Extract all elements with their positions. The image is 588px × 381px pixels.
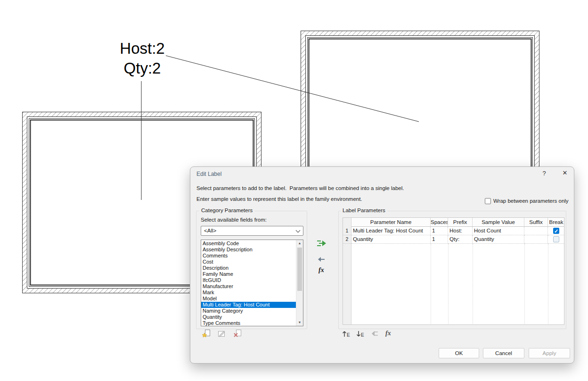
cell-prefix[interactable]: Qty: xyxy=(448,235,473,244)
right-window-frame xyxy=(301,31,539,175)
remove-from-label-button[interactable] xyxy=(370,330,380,339)
formula-button[interactable]: fx xyxy=(318,266,328,276)
column-separator xyxy=(524,244,525,324)
scrollbar-thumb[interactable] xyxy=(297,248,302,291)
move-parameter-down-button[interactable]: E xyxy=(356,330,366,339)
column-header-parameter-name: Parameter Name xyxy=(351,218,431,227)
tag-label-line1: Host:2 xyxy=(106,39,178,58)
column-header-break: Break xyxy=(548,218,564,227)
wrap-checkbox-label: Wrap between parameters only xyxy=(493,198,569,204)
field-list-item[interactable]: Assembly Code xyxy=(201,240,296,247)
cell-suffix[interactable] xyxy=(524,227,548,235)
category-parameters-group-title: Category Parameters xyxy=(199,207,254,213)
remove-from-label-icon xyxy=(370,330,380,338)
cell-sample-value[interactable]: Quantity xyxy=(473,235,524,244)
cell-break xyxy=(548,227,564,235)
cell-spaces[interactable]: 1 xyxy=(431,235,448,244)
cell-prefix[interactable]: Host: xyxy=(448,227,473,235)
row-number: 1 xyxy=(343,227,351,235)
field-list-item[interactable]: Quantity xyxy=(201,314,296,320)
cell-parameter-name[interactable]: Multi Leader Tag: Host Count xyxy=(351,227,431,235)
apply-button[interactable]: Apply xyxy=(529,348,570,358)
wrap-between-parameters-checkbox[interactable] xyxy=(485,198,491,204)
label-parameters-grid: Parameter Name Spaces Prefix Sample Valu… xyxy=(343,217,564,325)
column-separator xyxy=(448,244,449,324)
close-icon[interactable]: ✕ xyxy=(559,169,571,178)
grid-header-row: Parameter Name Spaces Prefix Sample Valu… xyxy=(351,218,564,227)
dialog-title: Edit Label xyxy=(196,171,221,177)
scroll-up-icon[interactable]: ▲ xyxy=(296,240,303,247)
column-separator xyxy=(431,244,431,324)
svg-text:E: E xyxy=(347,332,350,338)
add-right-arrow-icon xyxy=(316,239,327,248)
field-list-item[interactable]: Assembly Description xyxy=(201,247,296,253)
label-parameters-group: Label Parameters Parameter Name Spaces P… xyxy=(338,211,566,329)
grid-row-2: 2 Quantity 1 Qty: Quantity xyxy=(343,235,564,244)
edit-parameter-icon xyxy=(217,329,227,339)
fields-from-label: Select available fields from: xyxy=(201,217,267,223)
field-list-item[interactable]: Type Comments xyxy=(201,320,296,326)
column-header-sample-value: Sample Value xyxy=(473,218,524,227)
delete-parameter-button[interactable] xyxy=(233,329,242,339)
available-fields-list: Assembly Code Assembly Description Comme… xyxy=(201,240,303,326)
remove-parameter-from-label-button[interactable] xyxy=(317,256,326,265)
move-down-icon: E xyxy=(356,330,366,338)
edit-parameter-button[interactable] xyxy=(217,329,227,339)
instruction-line-2: Enter sample values to represent this la… xyxy=(196,196,362,202)
new-parameter-button[interactable] xyxy=(202,329,211,339)
field-list-item[interactable]: Comments xyxy=(201,253,296,259)
move-parameter-up-button[interactable]: E xyxy=(342,330,351,339)
cell-sample-value[interactable]: Host Count xyxy=(473,227,524,235)
tag-label[interactable]: Host:2 Qty:2 xyxy=(106,39,178,78)
edit-formula-button[interactable]: fx xyxy=(385,330,395,339)
column-separator xyxy=(473,244,473,324)
delete-parameter-icon xyxy=(233,329,242,339)
tag-label-line2: Qty:2 xyxy=(106,58,178,78)
category-parameters-group: Category Parameters Select available fie… xyxy=(196,211,307,329)
new-parameter-icon xyxy=(202,329,211,339)
help-icon[interactable]: ? xyxy=(539,170,549,178)
add-parameter-to-label-button[interactable] xyxy=(316,239,328,248)
remove-left-arrow-icon xyxy=(317,256,326,263)
ok-button[interactable]: OK xyxy=(439,348,479,358)
edit-label-dialog: Edit Label ? ✕ Select parameters to add … xyxy=(190,166,574,364)
field-list-item[interactable]: Model xyxy=(201,296,296,302)
instruction-line-1: Select parameters to add to the label. P… xyxy=(196,185,404,191)
cancel-button[interactable]: Cancel xyxy=(483,348,524,358)
column-header-spaces: Spaces xyxy=(431,218,448,227)
field-list-item[interactable]: Naming Category xyxy=(201,308,296,314)
field-list-item[interactable]: Manufacturer xyxy=(201,283,296,290)
scroll-down-icon[interactable]: ▼ xyxy=(296,319,303,326)
move-up-icon: E xyxy=(342,330,351,338)
label-parameters-group-title: Label Parameters xyxy=(341,207,387,213)
field-list-item[interactable]: IfcGUID xyxy=(201,277,296,283)
chevron-down-icon xyxy=(296,228,301,233)
family-editor-viewport: Host:2 Qty:2 Edit Label ? ✕ Select param… xyxy=(0,0,588,381)
column-header-suffix: Suffix xyxy=(524,218,548,227)
cell-suffix[interactable] xyxy=(524,235,548,244)
column-separator xyxy=(548,244,548,324)
field-list-item[interactable]: Family Name xyxy=(201,271,296,277)
fields-filter-value: <All> xyxy=(204,228,216,233)
cell-break xyxy=(548,235,564,244)
field-list-item[interactable]: Description xyxy=(201,265,296,271)
cell-parameter-name[interactable]: Quantity xyxy=(351,235,431,244)
fields-filter-dropdown[interactable]: <All> xyxy=(201,226,303,236)
cell-spaces[interactable]: 1 xyxy=(431,227,448,235)
field-list-item-selected[interactable]: Multi Leader Tag: Host Count xyxy=(201,302,296,308)
list-scrollbar[interactable]: ▲ ▼ xyxy=(296,240,303,326)
svg-text:E: E xyxy=(361,332,364,338)
break-checkbox[interactable] xyxy=(553,228,559,234)
grid-row-1: 1 Multi Leader Tag: Host Count 1 Host: H… xyxy=(343,227,564,235)
field-list-item[interactable]: Mark xyxy=(201,290,296,296)
field-list-item[interactable]: Cost xyxy=(201,259,296,265)
row-number: 2 xyxy=(343,235,351,244)
break-checkbox[interactable] xyxy=(553,236,559,242)
column-header-prefix: Prefix xyxy=(448,218,473,227)
